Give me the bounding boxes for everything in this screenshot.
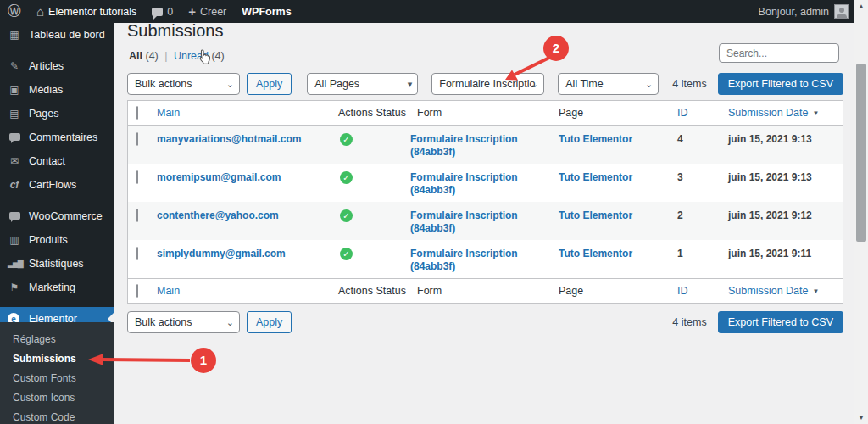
apply-button[interactable]: Apply [247,73,292,95]
apply-button-bottom[interactable]: Apply [247,311,292,333]
form-link[interactable]: Formulaire Inscription (84abb3f) [410,164,552,197]
sidebar-item-media[interactable]: ▣ Médias [0,78,114,102]
wordpress-menu[interactable]: Ⓦ [0,0,29,23]
media-icon: ▣ [8,84,21,96]
top-toolbar-right: 4 items Export Filtered to CSV [672,73,843,95]
submission-email-link[interactable]: simplydummy@gmail.com [157,240,331,259]
sidebar-item-dashboard[interactable]: ▦ Tableau de bord [0,23,114,47]
wpforms-menu[interactable]: WPForms [234,0,298,23]
comments-link[interactable]: 0 [144,0,181,23]
select-all-checkbox[interactable] [136,106,138,120]
account-menu[interactable]: Bonjour, admin [759,0,849,23]
envelope-icon: ✉ [8,155,21,167]
page-scrollbar[interactable]: ▲ ▼ [854,0,868,424]
view-unread-count: (4) [211,50,224,62]
submenu-item-custom-code[interactable]: Custom Code [0,408,114,424]
submission-id: 3 [670,164,721,183]
comments-count: 0 [167,6,173,18]
bulk-actions-select[interactable]: Bulk actions ⌄ [127,73,240,95]
view-filter-links: All (4) | Unread (4) [129,50,225,62]
site-link[interactable]: ⌂ Elementor tutorials [29,0,144,23]
column-header-id[interactable]: ID [670,285,721,297]
site-name: Elementor tutorials [48,6,136,18]
column-header-id[interactable]: ID [670,107,721,119]
submenu-item-custom-fonts[interactable]: Custom Fonts [0,369,114,388]
home-icon: ⌂ [36,5,44,18]
time-filter-select[interactable]: All Time ⌄ [558,73,659,95]
sidebar-item-cartflows[interactable]: cf CartFlows [0,173,114,197]
page-link[interactable]: Tuto Elementor [552,240,670,259]
submission-date: juin 15, 2021 9:13 [721,164,843,183]
view-unread-link[interactable]: Unread [174,50,209,62]
sidebar-item-woocommerce[interactable]: WooCommerce [0,204,114,228]
dashboard-icon: ▦ [8,29,21,41]
scrollbar-thumb[interactable] [856,64,866,242]
scroll-up-icon[interactable]: ▲ [854,3,868,10]
form-filter-select[interactable]: Formulaire Inscriptio ⌄ [431,73,544,95]
sidebar-item-contact[interactable]: ✉ Contact [0,149,114,173]
pushpin-icon: ✎ [8,60,21,72]
sidebar-item-marketing[interactable]: ⚑ Marketing [0,276,114,299]
row-checkbox[interactable] [136,170,138,184]
sidebar-item-analytics[interactable]: ▂▅▇ Statistiques [0,252,114,276]
sidebar-item-comments[interactable]: Commentaires [0,126,114,149]
column-header-actions-status: Actions Status [331,285,410,297]
submission-email-link[interactable]: moremipsum@gmail.com [157,164,331,183]
row-checkbox[interactable] [136,132,138,146]
megaphone-icon: ⚑ [8,282,21,293]
avatar [834,4,849,19]
sort-desc-icon: ▼ [813,109,820,117]
page-link[interactable]: Tuto Elementor [552,126,670,145]
bottom-toolbar-right: 4 items Export Filtered to CSV [672,311,843,333]
sidebar-item-posts[interactable]: ✎ Articles [0,54,114,78]
sidebar-item-label: Commentaires [29,131,97,143]
chevron-down-icon: ⌄ [226,317,234,328]
column-header-main[interactable]: Main [157,107,331,119]
new-content-menu[interactable]: + Créer [181,0,234,23]
table-row: contenthere@yahoo.com ✓ Formulaire Inscr… [128,202,843,240]
table-row: moremipsum@gmail.com ✓ Formulaire Inscri… [128,164,843,202]
view-all-link[interactable]: All [129,50,142,62]
page-link[interactable]: Tuto Elementor [552,202,670,221]
chevron-down-icon: ⌄ [645,79,653,90]
sidebar-item-label: CartFlows [29,179,76,191]
column-header-page: Page [552,107,670,119]
export-csv-button[interactable]: Export Filtered to CSV [718,73,843,95]
sidebar-item-pages[interactable]: ▤ Pages [0,102,114,126]
wpforms-label: WPForms [242,6,291,18]
bulk-actions-select-bottom[interactable]: Bulk actions ⌄ [127,311,240,333]
woocommerce-icon [8,210,21,222]
page-filter-select[interactable]: All Pages ▾ [307,73,418,95]
row-checkbox[interactable] [136,209,138,222]
products-icon: ▥ [8,234,21,246]
export-csv-button-bottom[interactable]: Export Filtered to CSV [718,311,843,333]
page-link[interactable]: Tuto Elementor [552,164,670,183]
submission-id: 2 [670,202,721,221]
sort-desc-icon: ▼ [813,287,820,295]
scroll-down-icon[interactable]: ▼ [854,414,868,421]
submenu-item-settings[interactable]: Réglages [0,330,114,349]
pages-icon: ▤ [8,108,21,120]
admin-bar: Ⓦ ⌂ Elementor tutorials 0 + Créer WPForm… [0,0,854,23]
form-link[interactable]: Formulaire Inscription (84abb3f) [410,202,552,235]
form-link[interactable]: Formulaire Inscription (84abb3f) [410,126,552,159]
greeting-text: Bonjour, admin [759,6,829,18]
submission-email-link[interactable]: manyvariations@hotmail.com [157,126,331,145]
sidebar-item-products[interactable]: ▥ Produits [0,228,114,252]
column-header-actions-status: Actions Status [331,107,410,119]
search-input[interactable] [719,43,839,63]
submission-date: juin 15, 2021 9:13 [721,126,843,145]
cartflows-icon: cf [8,179,21,191]
select-all-checkbox[interactable] [136,284,138,298]
submenu-item-custom-icons[interactable]: Custom Icons [0,388,114,408]
submission-email-link[interactable]: contenthere@yahoo.com [157,202,331,221]
items-count: 4 items [672,316,706,328]
column-header-main[interactable]: Main [157,285,331,297]
submenu-item-submissions[interactable]: Submissions [0,349,114,369]
form-link[interactable]: Formulaire Inscription (84abb3f) [410,240,552,273]
column-header-date[interactable]: Submission Date▼ [721,107,843,119]
column-header-date[interactable]: Submission Date▼ [721,285,843,297]
column-header-form: Form [410,285,552,297]
row-checkbox[interactable] [136,247,138,260]
create-label: Créer [200,6,226,18]
